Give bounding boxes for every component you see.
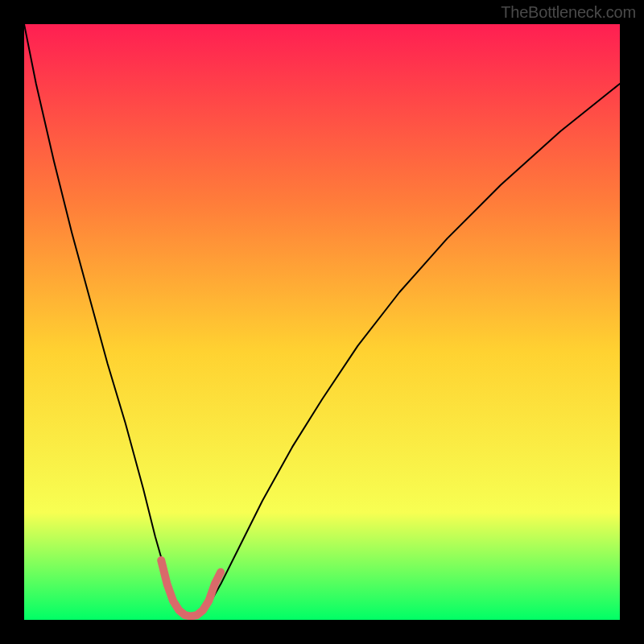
chart-outer-frame: TheBottleneck.com: [0, 0, 644, 644]
chart-svg: [24, 24, 620, 620]
gradient-background: [24, 24, 620, 620]
plot-area: [24, 24, 620, 620]
watermark-text: TheBottleneck.com: [501, 3, 636, 22]
